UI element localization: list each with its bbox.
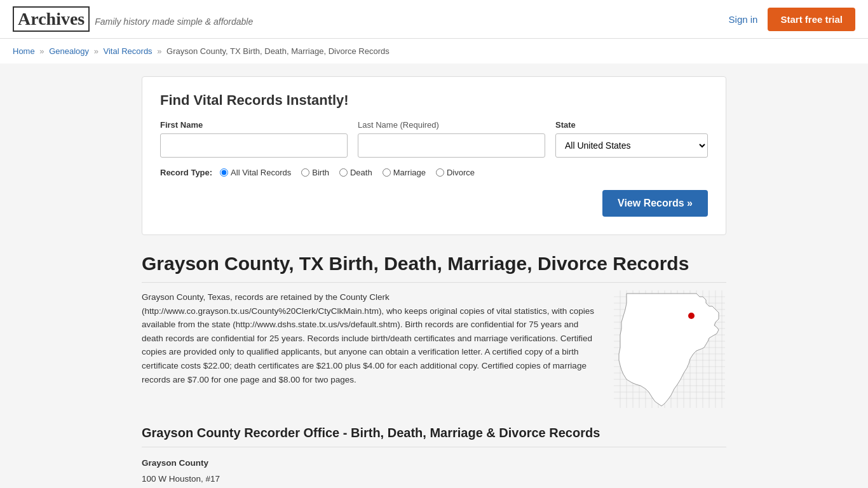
- radio-divorce[interactable]: Divorce: [436, 168, 475, 177]
- first-name-field-group: First Name: [160, 120, 348, 158]
- radio-death-input[interactable]: [339, 168, 348, 177]
- page-title: Grayson County, TX Birth, Death, Marriag…: [142, 253, 726, 283]
- breadcrumb-sep-1: »: [39, 46, 44, 56]
- breadcrumb: Home » Genealogy » Vital Records » Grays…: [0, 39, 868, 64]
- logo-area: Archives Family history made simple & af…: [13, 6, 253, 32]
- radio-death[interactable]: Death: [339, 168, 372, 177]
- last-name-field-group: Last Name (Required): [358, 120, 545, 158]
- radio-all-vital[interactable]: All Vital Records: [220, 168, 291, 177]
- breadcrumb-genealogy[interactable]: Genealogy: [49, 46, 89, 56]
- radio-all-vital-label: All Vital Records: [231, 168, 291, 177]
- view-records-button[interactable]: View Records »: [602, 190, 708, 217]
- radio-birth-label: Birth: [312, 168, 329, 177]
- radio-birth-input[interactable]: [301, 168, 309, 177]
- logo-tagline: Family history made simple & affordable: [95, 17, 253, 27]
- radio-marriage-input[interactable]: [383, 168, 391, 177]
- breadcrumb-current: Grayson County, TX Birth, Death, Marriag…: [166, 46, 390, 56]
- start-trial-button[interactable]: Start free trial: [768, 8, 855, 31]
- state-field-group: State All United States All United State…: [555, 120, 708, 158]
- state-label: State: [555, 120, 708, 130]
- recorder-section: Grayson County Recorder Office - Birth, …: [142, 426, 726, 488]
- search-box: Find Vital Records Instantly! First Name…: [142, 76, 726, 235]
- recorder-info: Grayson County 100 W Houston, #17 Sherma…: [142, 456, 726, 488]
- radio-marriage[interactable]: Marriage: [383, 168, 426, 177]
- radio-divorce-label: Divorce: [447, 168, 475, 177]
- content-text: Grayson County, Texas, records are retai…: [142, 290, 597, 408]
- radio-divorce-input[interactable]: [436, 168, 444, 177]
- state-select[interactable]: All United States All United States Alab…: [555, 133, 708, 158]
- header-actions: Sign in Start free trial: [729, 8, 855, 31]
- address-line1: 100 W Houston, #17: [142, 472, 726, 487]
- logo: Archives: [13, 6, 90, 32]
- office-name: Grayson County: [142, 456, 726, 471]
- breadcrumb-home[interactable]: Home: [13, 46, 35, 56]
- recorder-section-title: Grayson County Recorder Office - Birth, …: [142, 426, 726, 447]
- main-content: Find Vital Records Instantly! First Name…: [129, 64, 739, 488]
- radio-marriage-label: Marriage: [393, 168, 426, 177]
- texas-map-svg: [614, 290, 725, 408]
- breadcrumb-sep-2: »: [94, 46, 98, 56]
- content-section: Grayson County, Texas, records are retai…: [142, 290, 726, 408]
- record-type-label: Record Type:: [160, 168, 212, 177]
- radio-birth[interactable]: Birth: [301, 168, 329, 177]
- first-name-input[interactable]: [160, 133, 348, 158]
- first-name-label: First Name: [160, 120, 348, 130]
- header: Archives Family history made simple & af…: [0, 0, 868, 39]
- search-box-title: Find Vital Records Instantly!: [160, 92, 708, 109]
- breadcrumb-vital-records[interactable]: Vital Records: [104, 46, 153, 56]
- radio-all-vital-input[interactable]: [220, 168, 228, 177]
- breadcrumb-sep-3: »: [157, 46, 161, 56]
- texas-map: [612, 290, 726, 408]
- record-type-row: Record Type: All Vital Records Birth Dea…: [160, 168, 708, 177]
- sign-in-link[interactable]: Sign in: [729, 14, 758, 25]
- search-fields: First Name Last Name (Required) State Al…: [160, 120, 708, 158]
- location-dot: [688, 313, 695, 319]
- last-name-label: Last Name (Required): [358, 120, 545, 130]
- last-name-input[interactable]: [358, 133, 545, 158]
- radio-death-label: Death: [350, 168, 372, 177]
